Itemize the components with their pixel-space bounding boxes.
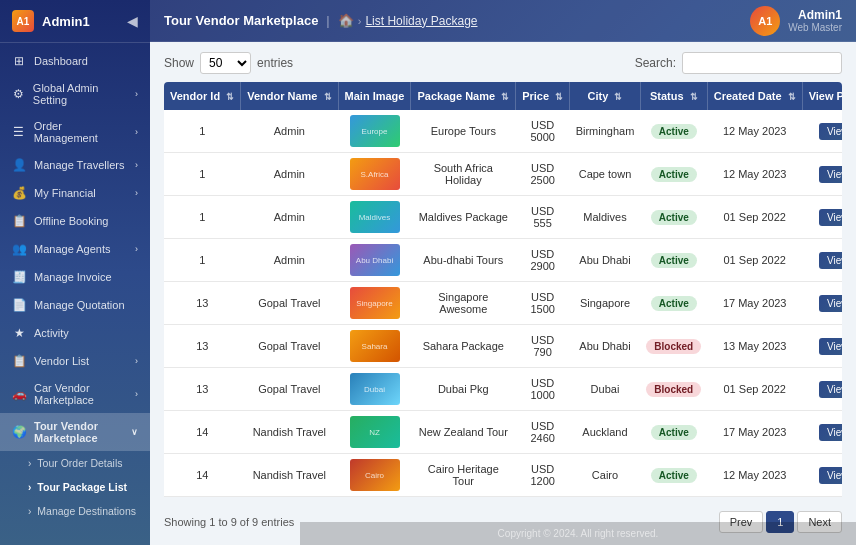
quotation-icon: 📄 — [12, 298, 26, 312]
cell-city: Auckland — [570, 411, 641, 454]
view-detail-button[interactable]: View Detail — [819, 252, 842, 269]
sidebar-item-activity[interactable]: ★ Activity — [0, 319, 150, 347]
breadcrumb-home-icon[interactable]: 🏠 — [338, 13, 354, 28]
chevron-right-icon: › — [135, 244, 138, 254]
page-title: Tour Vendor Marketplace — [164, 13, 318, 28]
table-row: 1 Admin Abu Dhabi Abu-dhabi Tours USD 29… — [164, 239, 842, 282]
sidebar-item-order-mgmt[interactable]: ☰ Order Management › — [0, 113, 150, 151]
cell-package-name: Singapore Awesome — [411, 282, 516, 325]
col-status[interactable]: Status ⇅ — [640, 82, 707, 110]
cell-view-package: View Detail — [802, 196, 842, 239]
table-row: 1 Admin Maldives Maldives Package USD 55… — [164, 196, 842, 239]
cell-city: Dubai — [570, 368, 641, 411]
cell-package-name: Europe Tours — [411, 110, 516, 153]
show-label: Show — [164, 56, 194, 70]
invoice-icon: 🧾 — [12, 270, 26, 284]
sidebar-item-label: Dashboard — [34, 55, 88, 67]
sidebar-item-offline-booking[interactable]: 📋 Offline Booking — [0, 207, 150, 235]
sidebar-item-label: Manage Invoice — [34, 271, 112, 283]
cell-view-package: View Detail — [802, 110, 842, 153]
chevron-right-icon: › — [135, 188, 138, 198]
cell-created-date: 12 May 2023 — [707, 454, 802, 497]
show-entries: Show 50 25 10 100 entries — [164, 52, 293, 74]
cell-price: USD 1200 — [516, 454, 570, 497]
cell-status: Active — [640, 454, 707, 497]
view-detail-button[interactable]: View Detail — [819, 166, 842, 183]
table-row: 1 Admin Europe Europe Tours USD 5000 Bir… — [164, 110, 842, 153]
cell-vendor-id: 14 — [164, 454, 241, 497]
sidebar-item-manage-agents[interactable]: 👥 Manage Agents › — [0, 235, 150, 263]
cell-vendor-name: Gopal Travel — [241, 282, 338, 325]
cell-package-name: Sahara Package — [411, 325, 516, 368]
cell-status: Active — [640, 110, 707, 153]
main-content: Show 50 25 10 100 entries Search: Vendor… — [150, 42, 856, 545]
view-detail-button[interactable]: View Detail — [819, 209, 842, 226]
view-detail-button[interactable]: View Detail — [819, 467, 842, 484]
cell-city: Cape town — [570, 153, 641, 196]
col-package-name[interactable]: Package Name ⇅ — [411, 82, 516, 110]
cell-vendor-name: Admin — [241, 153, 338, 196]
cell-vendor-id: 1 — [164, 239, 241, 282]
sidebar-item-label: Car Vendor Marketplace — [34, 382, 127, 406]
sidebar-subitem-tour-package-list[interactable]: › Tour Package List — [0, 475, 150, 499]
search-input[interactable] — [682, 52, 842, 74]
sidebar-subitem-manage-destinations[interactable]: › Manage Destinations — [0, 499, 150, 523]
subitem-label: Tour Package List — [37, 481, 127, 493]
cell-price: USD 790 — [516, 325, 570, 368]
sidebar-item-manage-invoice[interactable]: 🧾 Manage Invoice — [0, 263, 150, 291]
cell-vendor-id: 1 — [164, 196, 241, 239]
user-info: Admin1 Web Master — [788, 8, 842, 33]
cell-package-name: Maldives Package — [411, 196, 516, 239]
sidebar-subitem-tour-order-details[interactable]: › Tour Order Details — [0, 451, 150, 475]
table-controls: Show 50 25 10 100 entries Search: — [164, 52, 842, 74]
view-detail-button[interactable]: View Detail — [819, 338, 842, 355]
sidebar-item-car-vendor[interactable]: 🚗 Car Vendor Marketplace › — [0, 375, 150, 413]
entries-label: entries — [257, 56, 293, 70]
breadcrumb-current-page[interactable]: List Holiday Package — [365, 14, 477, 28]
subitem-label: Manage Destinations — [37, 505, 136, 517]
view-detail-button[interactable]: View Detail — [819, 123, 842, 140]
col-vendor-name[interactable]: Vendor Name ⇅ — [241, 82, 338, 110]
cell-vendor-id: 13 — [164, 325, 241, 368]
sidebar-item-vendor-list[interactable]: 📋 Vendor List › — [0, 347, 150, 375]
col-vendor-id[interactable]: Vendor Id ⇅ — [164, 82, 241, 110]
cell-created-date: 01 Sep 2022 — [707, 196, 802, 239]
cell-city: Birmingham — [570, 110, 641, 153]
sidebar-title: Admin1 — [42, 14, 90, 29]
cell-vendor-name: Gopal Travel — [241, 325, 338, 368]
sidebar-item-manage-travellers[interactable]: 👤 Manage Travellers › — [0, 151, 150, 179]
sidebar-item-global-admin[interactable]: ⚙ Global Admin Setting › — [0, 75, 150, 113]
view-detail-button[interactable]: View Detail — [819, 295, 842, 312]
cell-main-image: S.Africa — [338, 153, 411, 196]
cell-status: Active — [640, 282, 707, 325]
col-price[interactable]: Price ⇅ — [516, 82, 570, 110]
cell-created-date: 01 Sep 2022 — [707, 368, 802, 411]
view-detail-button[interactable]: View Detail — [819, 381, 842, 398]
sidebar-item-label: Manage Travellers — [34, 159, 125, 171]
cell-price: USD 1500 — [516, 282, 570, 325]
sidebar-item-tour-vendor[interactable]: 🌍 Tour Vendor Marketplace ∨ — [0, 413, 150, 451]
cell-vendor-name: Nandish Travel — [241, 411, 338, 454]
view-detail-button[interactable]: View Detail — [819, 424, 842, 441]
sidebar-item-label: Manage Quotation — [34, 299, 125, 311]
breadcrumb: 🏠 › List Holiday Package — [338, 13, 478, 28]
col-main-image[interactable]: Main Image — [338, 82, 411, 110]
sidebar-item-my-financial[interactable]: 💰 My Financial › — [0, 179, 150, 207]
pagination-info: Showing 1 to 9 of 9 entries — [164, 516, 294, 528]
sidebar-item-dashboard[interactable]: ⊞ Dashboard — [0, 47, 150, 75]
order-mgmt-icon: ☰ — [12, 125, 26, 139]
footer-text: Copyright © 2024. All right reserved. — [498, 528, 659, 539]
entries-select[interactable]: 50 25 10 100 — [200, 52, 251, 74]
chevron-right-icon: › — [135, 89, 138, 99]
status-badge: Blocked — [646, 339, 701, 354]
sidebar-item-manage-quotation[interactable]: 📄 Manage Quotation — [0, 291, 150, 319]
sidebar-collapse-icon[interactable]: ◀ — [127, 13, 138, 29]
breadcrumb-chevron-icon: › — [358, 15, 362, 27]
col-view-package[interactable]: View Package ⇅ — [802, 82, 842, 110]
cell-main-image: Dubai — [338, 368, 411, 411]
cell-created-date: 17 May 2023 — [707, 411, 802, 454]
col-created-date[interactable]: Created Date ⇅ — [707, 82, 802, 110]
col-city[interactable]: City ⇅ — [570, 82, 641, 110]
offline-booking-icon: 📋 — [12, 214, 26, 228]
cell-package-name: Dubai Pkg — [411, 368, 516, 411]
